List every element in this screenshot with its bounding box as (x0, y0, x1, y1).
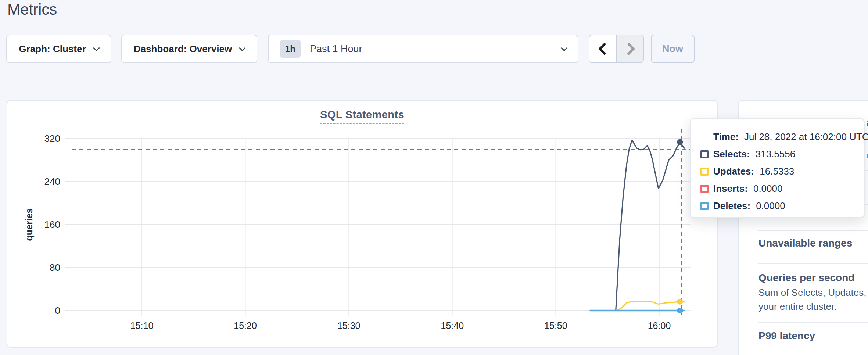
updates-series-swatch (700, 168, 709, 176)
time-window-dropdown[interactable]: 1h Past 1 Hour (268, 35, 578, 63)
tooltip-inserts-row: Inserts: 0.0000 (700, 180, 864, 197)
now-button[interactable]: Now (651, 35, 695, 63)
chevron-right-icon (623, 43, 635, 55)
next-time-range-button[interactable] (616, 35, 643, 62)
time-window-badge: 1h (280, 40, 301, 58)
deletes-series-swatch (700, 202, 709, 210)
dashboard-dropdown-label: Dashboard: Overview (134, 43, 232, 55)
chevron-down-icon (239, 44, 245, 51)
chevron-down-icon (561, 44, 567, 51)
divider (758, 322, 868, 323)
chart-hover-tooltip: Time: Jul 28, 2022 at 16:02:00 UTC Selec… (690, 118, 865, 218)
metrics-page: { "page": { "title": "Metrics", "backgro… (0, 0, 868, 355)
dashboard-dropdown[interactable]: Dashboard: Overview (121, 35, 257, 63)
divider (758, 263, 868, 264)
tooltip-updates-row: Updates: 16.5333 (700, 163, 864, 180)
chart-title-text[interactable]: SQL Statements (320, 109, 404, 124)
chart-plot-area[interactable] (65, 139, 691, 311)
chart-title: SQL Statements (7, 109, 717, 121)
tooltip-time-row: Time: Jul 28, 2022 at 16:02:00 UTC (700, 128, 864, 146)
summary-description-line: Sum of Selects, Updates, Inser (758, 287, 868, 298)
tooltip-time-value: Jul 28, 2022 at 16:02:00 UTC (744, 131, 868, 143)
page-title: Metrics (7, 1, 57, 18)
clipped-chart-title-fragment: a (867, 117, 868, 129)
summary-title-queries-per-second: Queries per second (758, 272, 854, 284)
summary-description-line: your entire cluster. (758, 301, 836, 312)
tooltip-selects-row: Selects: 313.5556 (700, 146, 864, 163)
selects-series-swatch (700, 150, 709, 158)
prev-time-range-button[interactable] (589, 35, 616, 62)
summary-title-unavailable-ranges: Unavailable ranges (758, 237, 852, 249)
graph-scope-dropdown[interactable]: Graph: Cluster (6, 35, 111, 63)
summary-title-p99-latency: P99 latency (758, 330, 815, 342)
divider (758, 230, 868, 231)
time-range-pager (589, 35, 644, 63)
chevron-down-icon (93, 44, 100, 51)
inserts-series-swatch (700, 185, 709, 193)
tooltip-time-label: Time: (713, 131, 739, 143)
graph-scope-dropdown-label: Graph: Cluster (19, 43, 86, 55)
tooltip-deletes-row: Deletes: 0.0000 (700, 197, 864, 215)
chevron-left-icon (598, 43, 611, 55)
time-window-label: Past 1 Hour (310, 43, 362, 55)
